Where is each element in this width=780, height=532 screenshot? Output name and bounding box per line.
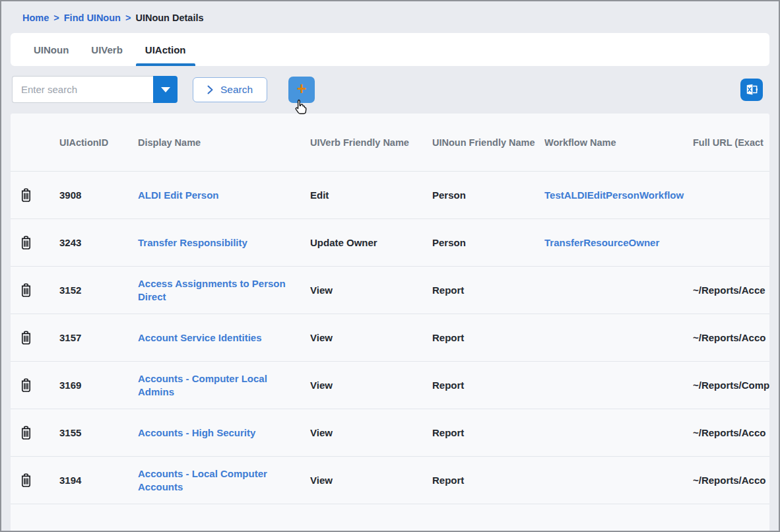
breadcrumb-current-page: UINoun Details	[135, 13, 203, 23]
table-row: 3169 Accounts - Computer Local Admins Vi…	[11, 361, 769, 409]
uiactionid-cell: 3169	[59, 379, 138, 392]
search-group	[12, 76, 178, 103]
table-row: 3152 Access Assignments to Person Direct…	[11, 266, 769, 314]
display-name-link[interactable]: Account Service Identities	[138, 332, 262, 343]
display-name-link[interactable]: Accounts - Computer Local Admins	[138, 373, 267, 397]
tab-uinoun[interactable]: UINoun	[22, 33, 80, 66]
add-button[interactable]: +	[288, 77, 315, 103]
uiverb-friendly-name-cell: View	[310, 426, 432, 440]
uinoun-friendly-name-cell: Person	[432, 236, 544, 249]
trash-icon	[20, 378, 32, 392]
full-url-cell: ~/Reports/Acco	[693, 331, 769, 345]
uiactionid-cell: 3157	[59, 331, 138, 345]
table-row: 3194 Accounts - Local Computer Accounts …	[11, 456, 769, 504]
display-name-link[interactable]: Access Assignments to Person Direct	[138, 278, 286, 302]
delete-row-button[interactable]	[17, 282, 34, 299]
display-name-link[interactable]: ALDI Edit Person	[138, 189, 219, 201]
table-row: 3243 Transfer Responsibility Update Owne…	[11, 218, 769, 266]
uiactionid-cell: 3908	[59, 189, 138, 202]
trash-icon	[20, 331, 32, 345]
display-name-link[interactable]: Transfer Responsibility	[138, 237, 247, 248]
display-name-link[interactable]: Accounts - High Security	[138, 427, 255, 438]
export-excel-button[interactable]	[740, 79, 763, 101]
table-body: 3908 ALDI Edit Person Edit Person TestAL…	[11, 171, 769, 504]
delete-row-button[interactable]	[17, 234, 34, 251]
excel-icon	[745, 83, 759, 96]
header-uiactionid: UIActionID	[59, 137, 138, 148]
table-header-row: UIActionID Display Name UIVerb Friendly …	[11, 114, 769, 171]
search-input[interactable]	[12, 76, 153, 103]
table-row: 3157 Account Service Identities View Rep…	[11, 314, 769, 361]
uinoun-friendly-name-cell: Person	[432, 189, 544, 202]
tab-bar: UINoun UIVerb UIAction	[11, 33, 769, 66]
uiactionid-cell: 3194	[59, 474, 138, 487]
breadcrumb-link-home[interactable]: Home	[22, 13, 49, 23]
display-name-link[interactable]: Accounts - Local Computer Accounts	[138, 468, 267, 492]
header-full-url: Full URL (Exact	[693, 137, 769, 148]
chevron-right-icon	[207, 85, 213, 94]
header-workflow-name: Workflow Name	[544, 137, 693, 148]
table-row: 3908 ALDI Edit Person Edit Person TestAL…	[11, 171, 769, 218]
breadcrumb: Home>Find UINoun>UINoun Details	[1, 1, 779, 23]
trash-icon	[20, 236, 32, 249]
plus-icon: +	[297, 81, 307, 97]
table-row-partial	[11, 504, 769, 523]
uiverb-friendly-name-cell: Edit	[310, 189, 432, 202]
full-url-cell: ~/Reports/Acce	[693, 284, 769, 297]
delete-row-button[interactable]	[17, 377, 34, 394]
delete-row-button[interactable]	[17, 472, 34, 489]
search-button-label: Search	[220, 84, 253, 96]
header-uiverb-friendly-name: UIVerb Friendly Name	[310, 137, 432, 148]
table-row: 3155 Accounts - High Security View Repor…	[11, 409, 769, 456]
header-uinoun-friendly-name: UINoun Friendly Name	[432, 137, 544, 148]
uiverb-friendly-name-cell: View	[310, 331, 432, 345]
workflow-name-link[interactable]: TransferResourceOwner	[544, 237, 659, 248]
breadcrumb-separator: >	[53, 13, 59, 23]
uiactionid-cell: 3243	[59, 236, 138, 249]
uiverb-friendly-name-cell: View	[310, 379, 432, 392]
tab-uiaction[interactable]: UIAction	[134, 33, 197, 66]
toolbar: Search +	[12, 76, 768, 103]
uinoun-friendly-name-cell: Report	[432, 474, 544, 487]
results-table: UIActionID Display Name UIVerb Friendly …	[11, 114, 769, 532]
workflow-name-link[interactable]: TestALDIEditPersonWorkflow	[544, 189, 684, 201]
delete-row-button[interactable]	[17, 329, 34, 347]
uinoun-friendly-name-cell: Report	[432, 331, 544, 345]
uiactionid-cell: 3155	[59, 426, 138, 440]
search-button[interactable]: Search	[193, 77, 267, 102]
trash-icon	[20, 188, 32, 202]
uinoun-friendly-name-cell: Report	[432, 379, 544, 392]
breadcrumb-separator: >	[125, 13, 131, 23]
breadcrumb-link-find-uinoun[interactable]: Find UINoun	[64, 13, 121, 23]
delete-row-button[interactable]	[17, 187, 34, 204]
uiverb-friendly-name-cell: View	[310, 474, 432, 487]
uiverb-friendly-name-cell: Update Owner	[310, 236, 432, 249]
trash-icon	[20, 426, 32, 440]
trash-icon	[20, 283, 32, 297]
full-url-cell: ~/Reports/Acco	[693, 426, 769, 440]
uiverb-friendly-name-cell: View	[310, 284, 432, 297]
trash-icon	[20, 473, 32, 487]
full-url-cell: ~/Reports/Acco	[693, 474, 769, 487]
app-window: Home>Find UINoun>UINoun Details UINoun U…	[0, 0, 780, 532]
search-type-dropdown-button[interactable]	[153, 76, 178, 103]
full-url-cell: ~/Reports/Comp	[693, 379, 769, 392]
caret-down-icon	[161, 87, 170, 92]
delete-row-button[interactable]	[17, 424, 34, 442]
header-display-name: Display Name	[138, 137, 310, 148]
uinoun-friendly-name-cell: Report	[432, 284, 544, 297]
uiactionid-cell: 3152	[59, 284, 138, 297]
uinoun-friendly-name-cell: Report	[432, 426, 544, 440]
tab-uiverb[interactable]: UIVerb	[80, 33, 134, 66]
